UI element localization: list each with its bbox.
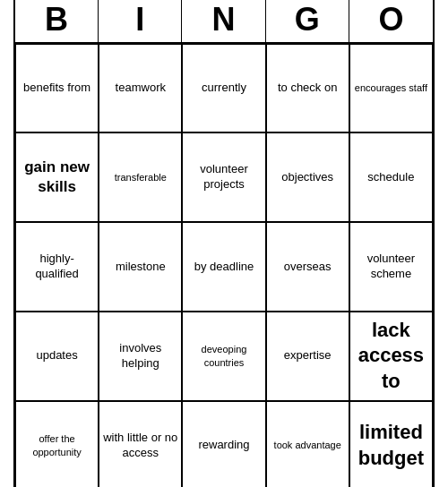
bingo-cell-21: with little or no access [99,401,182,487]
header-letter-g: G [266,0,349,42]
bingo-cell-10: highly-qualified [15,222,99,312]
header-letter-b: B [15,0,99,42]
bingo-cell-11: milestone [99,222,182,312]
bingo-cell-5: gain new skills [15,132,99,222]
bingo-cell-19: lack access to [349,312,433,401]
bingo-cell-2: currently [182,44,265,133]
bingo-cell-0: benefits from [15,44,99,133]
bingo-card: BINGO benefits fromteamworkcurrentlyto c… [13,0,435,487]
bingo-grid: benefits fromteamworkcurrentlyto check o… [15,44,433,487]
bingo-cell-12: by deadline [182,222,265,312]
bingo-cell-17: deveoping countries [182,312,265,401]
bingo-cell-20: offer the opportunity [15,401,99,487]
bingo-cell-22: rewarding [182,401,265,487]
bingo-cell-13: overseas [266,222,349,312]
bingo-cell-3: to check on [266,44,349,133]
header-letter-n: N [182,0,265,42]
bingo-cell-23: took advantage [266,401,349,487]
bingo-cell-8: objectives [266,132,349,222]
bingo-cell-1: teamwork [99,44,182,133]
bingo-cell-4: encourages staff [349,44,433,133]
bingo-header: BINGO [15,0,433,44]
bingo-cell-6: transferable [99,132,182,222]
bingo-cell-18: expertise [266,312,349,401]
bingo-cell-16: involves helping [99,312,182,401]
bingo-cell-24: limited budget [349,401,433,487]
header-letter-o: O [349,0,433,42]
bingo-cell-15: updates [15,312,99,401]
bingo-cell-9: schedule [349,132,433,222]
bingo-cell-7: volunteer projects [182,132,265,222]
bingo-cell-14: volunteer scheme [349,222,433,312]
header-letter-i: I [99,0,182,42]
